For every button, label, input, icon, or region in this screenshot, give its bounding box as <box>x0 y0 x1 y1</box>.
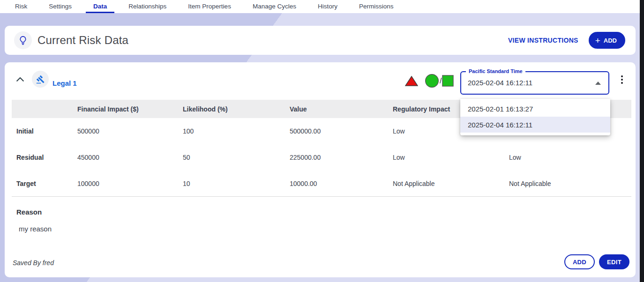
col-header-value: Value <box>290 105 393 113</box>
cell: 225000.00 <box>290 154 393 161</box>
add-button[interactable]: + ADD <box>589 32 625 49</box>
header-actions: VIEW INSTRUCTIONS + ADD <box>508 32 625 49</box>
risk-status-shapes: / <box>405 74 454 88</box>
top-navigation: Risk Settings Data Relationships Item Pr… <box>0 0 644 13</box>
cell: Not Applicable <box>393 180 509 187</box>
page-background: Current Risk Data VIEW INSTRUCTIONS + AD… <box>0 13 644 282</box>
tab-risk[interactable]: Risk <box>14 0 28 13</box>
table-row-residual: Residual 450000 50 225000.00 Low Low <box>12 144 631 171</box>
table-row-target: Target 100000 10 10000.00 Not Applicable… <box>12 171 631 197</box>
risk-data-card: Legal 1 / Pacific Standard Time 2025-02-… <box>5 62 636 277</box>
dropdown-option[interactable]: 2025-02-04 16:12:11 <box>460 117 610 133</box>
more-options-icon[interactable] <box>618 74 626 85</box>
tab-relationships[interactable]: Relationships <box>127 0 167 13</box>
cell: 450000 <box>77 154 183 161</box>
cell: 10 <box>183 180 290 187</box>
tab-manage-cycles[interactable]: Manage Cycles <box>252 0 297 13</box>
view-instructions-link[interactable]: VIEW INSTRUCTIONS <box>508 37 578 44</box>
dropdown-arrow-icon <box>595 82 601 85</box>
page-title: Current Risk Data <box>37 34 128 47</box>
cell: 500000.00 <box>290 127 393 135</box>
saved-by-text: Saved By fred <box>13 259 54 267</box>
cell: Low <box>393 154 509 161</box>
row-label: Initial <box>16 127 77 135</box>
cell: 500000 <box>77 127 183 135</box>
row-label: Residual <box>16 154 77 161</box>
col-header-financial-impact: Financial Impact ($) <box>77 105 183 113</box>
legal-category-icon <box>32 71 49 88</box>
reason-label: Reason <box>16 208 42 216</box>
cell: Not Applicable <box>509 180 631 187</box>
panel-title: Legal 1 <box>52 79 77 87</box>
lightbulb-icon <box>14 31 32 49</box>
shape-separator: / <box>440 77 442 85</box>
dropdown-option[interactable]: 2025-02-01 16:13:27 <box>460 101 610 117</box>
green-circle-icon <box>425 74 439 88</box>
reason-value: my reason <box>19 225 52 233</box>
plus-icon: + <box>595 36 600 45</box>
collapse-chevron-icon[interactable] <box>16 76 24 84</box>
tab-data[interactable]: Data <box>92 0 108 13</box>
cell: Low <box>509 154 631 161</box>
cell: 100 <box>183 127 290 135</box>
tab-history[interactable]: History <box>317 0 338 13</box>
window-edge <box>640 0 644 282</box>
add-button-label: ADD <box>604 37 617 44</box>
page-header-card: Current Risk Data VIEW INSTRUCTIONS + AD… <box>5 26 636 55</box>
timestamp-dropdown-menu: 2025-02-01 16:13:27 2025-02-04 16:12:11 <box>460 99 610 135</box>
row-label: Target <box>16 180 77 187</box>
timestamp-select-value: 2025-02-04 16:12:11 <box>468 79 532 87</box>
cell: 50 <box>183 154 290 161</box>
timestamp-select-label: Pacific Standard Time <box>466 68 525 74</box>
tab-settings[interactable]: Settings <box>48 0 73 13</box>
col-header-likelihood: Likelihood (%) <box>183 105 290 113</box>
cell: 100000 <box>77 180 183 187</box>
cell: 10000.00 <box>290 180 393 187</box>
footer-buttons: ADD EDIT <box>564 254 629 269</box>
tab-permissions[interactable]: Permissions <box>358 0 395 13</box>
green-square-icon <box>442 75 454 87</box>
edit-button[interactable]: EDIT <box>599 254 629 269</box>
tab-item-properties[interactable]: Item Properties <box>187 0 232 13</box>
add-row-button[interactable]: ADD <box>564 254 595 269</box>
red-triangle-icon <box>405 75 418 87</box>
timestamp-select[interactable]: Pacific Standard Time 2025-02-04 16:12:1… <box>460 71 609 95</box>
